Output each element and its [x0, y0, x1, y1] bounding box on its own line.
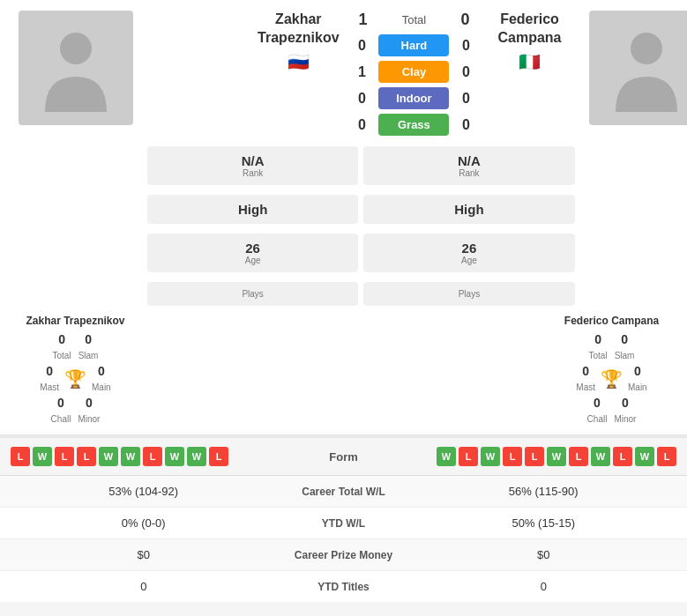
right-plays-box: Plays: [363, 282, 574, 306]
right-high-value: High: [372, 202, 565, 217]
left-titles: 0: [14, 580, 273, 593]
ytd-wl-row: 0% (0-0) YTD W/L 50% (15-15): [0, 508, 687, 539]
left-slam-val: 0: [78, 332, 99, 346]
left-total-score: 1: [350, 11, 375, 29]
player-bottom-stats: 0 Total 0 Slam 0 Mast 🏆 0 Main: [0, 327, 687, 434]
right-grass-score: 0: [454, 117, 477, 133]
left-mast-lbl: Mast: [40, 382, 59, 392]
form-badge-w: W: [121, 447, 140, 466]
left-age-label: Age: [156, 256, 349, 265]
left-rank-box: N/A Rank: [147, 146, 358, 185]
form-badge-w: W: [481, 447, 500, 466]
right-minor-val: 0: [614, 396, 636, 410]
left-player-name-label: Zakhar Trapeznikov: [7, 315, 144, 327]
right-age-value: 26: [372, 241, 565, 256]
left-slam-lbl: Slam: [78, 351, 99, 360]
left-age-box: 26 Age: [147, 234, 358, 272]
left-flag: 🇷🇺: [253, 51, 343, 72]
stats-row: N/A Rank High 26 Age Plays: [147, 146, 575, 311]
left-prize: $0: [14, 548, 273, 561]
stats-table: 53% (104-92) Career Total W/L 56% (115-9…: [0, 476, 687, 602]
right-player-avatar: [589, 11, 687, 125]
right-clay-score: 0: [454, 64, 477, 80]
left-grass-score: 0: [350, 117, 373, 133]
left-player-avatar: [19, 11, 133, 125]
indoor-badge: Indoor: [378, 87, 449, 109]
left-main-val: 0: [92, 364, 111, 378]
form-badge-l: L: [525, 447, 544, 466]
right-mast-val: 0: [576, 364, 595, 378]
left-player-title-block: Zakhar Trapeznikov 🇷🇺: [253, 11, 343, 136]
right-player-title: Federico Campana: [484, 11, 574, 48]
right-prize: $0: [414, 548, 674, 561]
right-main-lbl: Main: [628, 382, 647, 392]
right-rank-value: N/A: [372, 153, 565, 168]
right-mast-lbl: Mast: [576, 382, 595, 392]
left-plays-box: Plays: [147, 282, 358, 306]
form-badge-l: L: [613, 447, 632, 466]
titles-label: YTD Titles: [273, 581, 414, 593]
right-form-badges: WLWLLWLWLWL: [406, 447, 677, 466]
prize-label: Career Prize Money: [273, 549, 414, 561]
form-badge-w: W: [99, 447, 118, 466]
right-trophy-icon: 🏆: [601, 368, 623, 390]
form-badge-w: W: [437, 447, 456, 466]
left-plays-label: Plays: [156, 289, 349, 299]
right-stats-col: N/A Rank High 26 Age Plays: [363, 146, 574, 311]
surface-row-indoor: 0 Indoor 0: [350, 87, 477, 109]
left-hard-score: 0: [350, 38, 373, 54]
left-rank-value: N/A: [156, 153, 349, 168]
total-label: Total: [375, 13, 452, 26]
left-player-title: Zakhar Trapeznikov: [253, 11, 343, 48]
surface-row-hard: 0 Hard 0: [350, 34, 477, 56]
score-block: 1 Total 0 0 Hard 0 1 Clay 0 0 Indoor 0 0…: [343, 11, 484, 136]
right-chall-lbl: Chall: [587, 414, 608, 424]
right-flag: 🇮🇹: [484, 51, 574, 72]
left-clay-score: 1: [350, 64, 373, 80]
right-high-box: High: [363, 195, 574, 224]
left-rank-label: Rank: [156, 168, 349, 178]
form-row-header: LWLLWWLWWL Form WLWLLWLWLWL: [0, 438, 687, 476]
hard-badge: Hard: [378, 34, 449, 56]
form-badge-l: L: [459, 447, 478, 466]
right-hard-score: 0: [454, 38, 477, 54]
right-titles: 0: [414, 580, 674, 593]
form-badge-l: L: [209, 447, 228, 466]
left-indoor-score: 0: [350, 91, 373, 107]
left-minor-val: 0: [78, 396, 100, 410]
form-badge-w: W: [635, 447, 654, 466]
right-player-col: [579, 11, 687, 311]
left-high-value: High: [156, 202, 349, 217]
right-slam-val: 0: [615, 332, 635, 346]
surface-row-grass: 0 Grass 0: [350, 114, 477, 136]
center-col: Zakhar Trapeznikov 🇷🇺 1 Total 0: [144, 11, 579, 311]
form-badge-l: L: [503, 447, 522, 466]
left-career-wl: 53% (104-92): [14, 485, 273, 498]
titles-row: 0 YTD Titles 0: [0, 571, 687, 602]
form-badge-w: W: [187, 447, 206, 466]
svg-point-0: [60, 33, 92, 64]
right-age-box: 26 Age: [363, 234, 574, 272]
ytd-wl-label: YTD W/L: [273, 517, 414, 530]
left-stats-col: N/A Rank High 26 Age Plays: [147, 146, 358, 311]
form-badge-w: W: [547, 447, 566, 466]
right-chall-val: 0: [587, 396, 608, 410]
left-minor-lbl: Minor: [78, 414, 100, 424]
surface-row-clay: 1 Clay 0: [350, 61, 477, 83]
left-total-lbl: Total: [53, 351, 71, 360]
form-badge-l: L: [569, 447, 588, 466]
right-career-wl: 56% (115-90): [414, 485, 674, 498]
career-wl-row: 53% (104-92) Career Total W/L 56% (115-9…: [0, 476, 687, 508]
right-minor-lbl: Minor: [614, 414, 636, 424]
form-label: Form: [282, 450, 406, 464]
right-main-val: 0: [628, 364, 647, 378]
form-badge-w: W: [165, 447, 184, 466]
left-mast-val: 0: [40, 364, 59, 378]
form-badge-w: W: [591, 447, 610, 466]
right-player-name-label: Federico Campana: [543, 315, 680, 327]
right-total-lbl: Total: [589, 351, 608, 360]
prize-row: $0 Career Prize Money $0: [0, 539, 687, 571]
left-player-col: [7, 11, 144, 311]
left-age-value: 26: [156, 241, 349, 256]
right-total-val: 0: [589, 332, 608, 346]
